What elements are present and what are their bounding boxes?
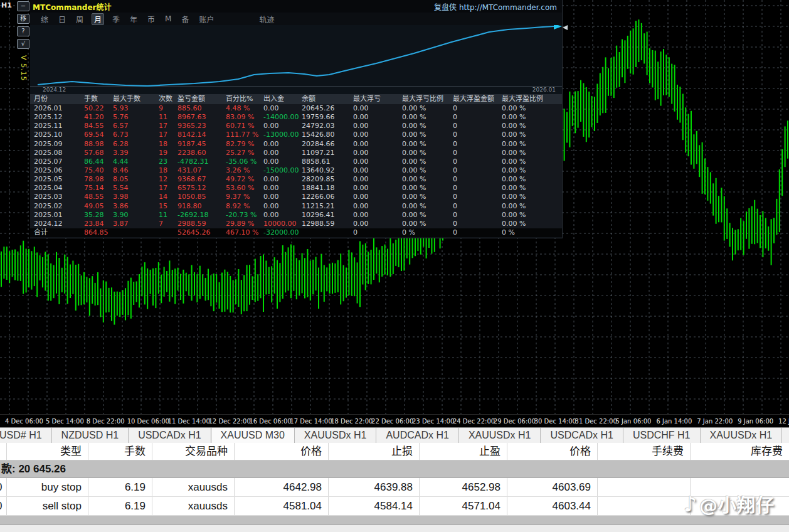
stats-cell: 50.22 bbox=[84, 104, 113, 113]
stats-cell: 4.44 bbox=[113, 157, 159, 166]
orders-cell: 6.19 bbox=[88, 497, 152, 515]
stats-cell: 2988.59 bbox=[177, 220, 226, 228]
orders-cell: 4652.98 bbox=[419, 478, 507, 496]
orders-cell: buy stop bbox=[6, 478, 88, 496]
stats-cell: 2025.01 bbox=[34, 211, 84, 220]
orders-header-cell: 止盈 bbox=[419, 443, 507, 460]
stats-cell: 23 bbox=[159, 157, 177, 166]
menu-item-周[interactable]: 周 bbox=[74, 14, 85, 24]
stats-cell: 0.00 % bbox=[402, 193, 453, 201]
stats-cell: -14000.00 bbox=[263, 113, 302, 122]
stats-cell: 2025.09 bbox=[34, 140, 84, 149]
stats-cell: 2024.12 bbox=[34, 220, 84, 228]
stats-cell: 5.54 bbox=[113, 184, 159, 193]
stats-cell: 0 bbox=[453, 202, 502, 211]
stats-cell: 0.00 % bbox=[502, 104, 562, 113]
menu-item-月[interactable]: 月 bbox=[92, 13, 104, 25]
chart-tab-audcadx-h1[interactable]: AUDCADx H1 bbox=[376, 428, 458, 443]
chart-tab-xauusdx-h1[interactable]: XAUUSDx H1 bbox=[458, 428, 541, 443]
table-row: 2025.0578.988.05129368.6749.72 %0.002820… bbox=[30, 175, 562, 184]
menu-item-账户[interactable]: 账户 bbox=[197, 14, 216, 24]
chart-tab-xauusd-m30[interactable]: XAUUSD M30 bbox=[211, 428, 295, 443]
chart-tab-usdchf-h1[interactable]: USDCHF H1 bbox=[623, 428, 701, 443]
stats-cell: 885.60 bbox=[177, 104, 226, 113]
stats-cell: 0.00 bbox=[353, 122, 402, 130]
orders-header-cell: 手续费 bbox=[597, 443, 690, 460]
chart-tab-usdcadx-h1[interactable]: USDCADx H1 bbox=[540, 428, 623, 443]
stats-header-cell: 百分比% bbox=[226, 94, 263, 104]
chart-tab-xauusdx-h1[interactable]: XAUUSDx H1 bbox=[700, 428, 783, 443]
stats-cell: 2238.60 bbox=[177, 149, 226, 157]
panel-subtitle-link[interactable]: 复盘侠 http://MTCommander.com bbox=[434, 1, 557, 12]
stats-cell: 17 bbox=[159, 130, 177, 139]
table-row: 2024.1223.843.8772988.5929.89 %10000.001… bbox=[30, 220, 562, 228]
chart-tab-usd-h1[interactable]: USD# H1 bbox=[0, 428, 52, 443]
stats-cell: 0.00 % bbox=[402, 149, 453, 157]
orders-cell: 4584.14 bbox=[328, 497, 419, 515]
stats-cell: 0.00 % bbox=[402, 175, 453, 184]
table-row[interactable]: 0sell stop6.19xauusds4581.044584.144571.… bbox=[0, 497, 789, 516]
stats-cell: 0.00 bbox=[263, 140, 302, 149]
move-button[interactable]: 移 bbox=[17, 14, 29, 24]
stats-cell: 0.00 % bbox=[402, 211, 453, 220]
minimize-button[interactable]: − bbox=[17, 1, 29, 11]
stats-cell: 14 bbox=[159, 193, 177, 201]
stats-cell: 0 bbox=[453, 122, 502, 130]
stats-cell: 11 bbox=[159, 211, 177, 220]
stats-cell: 0.00 % bbox=[402, 130, 453, 139]
stats-cell: 9.37 % bbox=[226, 193, 263, 201]
axis-start-label: 2024.12 bbox=[43, 87, 66, 94]
menu-item-trail[interactable]: 轨迹 bbox=[258, 14, 277, 24]
chart-time-axis[interactable]: 4 Dec 06:005 Dec 14:008 Dec 22:0010 Dec … bbox=[0, 414, 789, 427]
menu-item-M[interactable]: M bbox=[163, 14, 173, 23]
orders-header-cell: 止损 bbox=[328, 443, 419, 460]
chart-tab-xauusdx-h1[interactable]: XAUUSDx H1 bbox=[294, 428, 377, 443]
stats-cell: 0 bbox=[453, 140, 502, 149]
stats-header-cell: 最大浮盈金额 bbox=[453, 94, 502, 104]
menu-item-备[interactable]: 备 bbox=[179, 14, 191, 24]
table-row[interactable]: 0buy stop6.19xauusds4642.984639.884652.9… bbox=[0, 478, 789, 497]
table-row: 2025.1184.556.57179365.2360.71 %0.002479… bbox=[30, 122, 562, 130]
confirm-button[interactable]: √ bbox=[17, 39, 29, 49]
stats-cell: 0.00 % bbox=[502, 202, 562, 211]
version-label: V 5.15 bbox=[19, 55, 28, 82]
orders-header-cell: 手数 bbox=[88, 443, 152, 460]
stats-cell: 28209.85 bbox=[302, 175, 353, 184]
time-axis-label: 31 Dec 22:00 bbox=[575, 418, 617, 425]
chart-tab-usdcadx-h1[interactable]: USDCADx H1 bbox=[128, 428, 211, 443]
stats-cell: 0.00 bbox=[353, 184, 402, 193]
chart-tab-nzdusd-h1[interactable]: NZDUSD H1 bbox=[51, 428, 129, 443]
stats-cell: 18 bbox=[159, 166, 177, 175]
panel-titlebar[interactable]: MTCommander统计 复盘侠 http://MTCommander.com bbox=[30, 0, 562, 13]
stats-cell: 7 bbox=[159, 220, 177, 228]
table-row: 2025.1241.205.76118967.6383.09 %-14000.0… bbox=[30, 113, 562, 122]
stats-cell: 8142.14 bbox=[177, 130, 226, 139]
stats-cell: 1050.85 bbox=[177, 193, 226, 201]
stats-cell: 合计 bbox=[34, 228, 84, 237]
stats-cell: 8967.63 bbox=[177, 113, 226, 122]
chart-tab-bar: USD# H1NZDUSD H1USDCADx H1XAUUSD M30XAUU… bbox=[0, 427, 789, 443]
stats-cell: 0 % bbox=[402, 228, 453, 237]
stats-cell: 9368.67 bbox=[177, 175, 226, 184]
menu-item-币[interactable]: 币 bbox=[146, 14, 157, 24]
stats-cell: 6.73 bbox=[113, 130, 159, 139]
stats-cell: 25.27 % bbox=[226, 149, 263, 157]
stats-cell: 0.00 bbox=[353, 149, 402, 157]
menu-item-年[interactable]: 年 bbox=[128, 14, 139, 24]
stats-cell: 3.86 bbox=[113, 202, 159, 211]
stats-cell: 12988.59 bbox=[302, 220, 353, 228]
stats-cell: 8858.61 bbox=[302, 157, 353, 166]
help-button[interactable]: ? bbox=[17, 26, 29, 36]
stats-cell: 9365.23 bbox=[177, 122, 226, 130]
time-axis-label: 18 Dec 22:00 bbox=[331, 418, 373, 425]
stats-cell: 0 bbox=[453, 130, 502, 139]
stats-cell: 0.00 % bbox=[402, 113, 453, 122]
menu-item-综[interactable]: 综 bbox=[39, 14, 50, 24]
stats-cell: 75.14 bbox=[84, 184, 113, 193]
table-row: 2025.0786.444.4423-4782.31-35.06 %0.0088… bbox=[30, 157, 562, 166]
menu-item-季[interactable]: 季 bbox=[110, 14, 122, 24]
menu-item-日[interactable]: 日 bbox=[56, 14, 68, 24]
stats-cell: 2025.10 bbox=[34, 130, 84, 139]
monthly-stats-table: 月份手数最大手数次数盈亏金额百分比%出入金余额最大浮亏最大浮亏比例最大浮盈金额最… bbox=[30, 94, 562, 237]
stats-cell: 3.26 % bbox=[226, 166, 263, 175]
